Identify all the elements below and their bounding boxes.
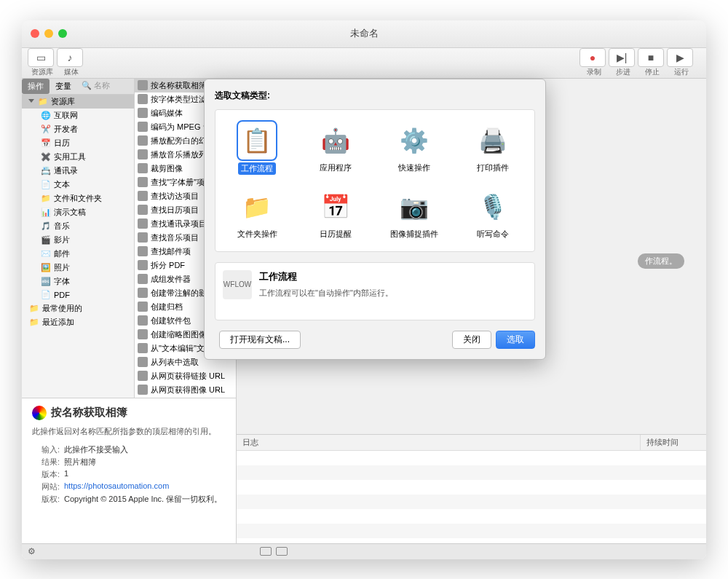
disclosure-icon bbox=[28, 99, 34, 103]
app-window: 未命名 ▭ ♪ 资源库 媒体 ● ▶| ■ ▶ 录制 步进 停止 bbox=[22, 20, 706, 559]
tree-root-library[interactable]: 📁资源库 bbox=[22, 95, 134, 109]
info-title: 按名称获取相簿 bbox=[32, 406, 226, 420]
statusbar: ⚙ bbox=[22, 543, 706, 559]
view-mode-icon-2[interactable] bbox=[276, 547, 288, 556]
category-icon: ✖️ bbox=[41, 151, 51, 162]
toolbar-left-group: ▭ ♪ 资源库 媒体 bbox=[28, 48, 86, 77]
category-icon: 🎵 bbox=[41, 221, 51, 231]
tree-item[interactable]: ✂️开发者 bbox=[22, 122, 134, 136]
titlebar: 未命名 bbox=[22, 20, 706, 48]
zoom-window-button[interactable] bbox=[58, 29, 67, 38]
panel-icon: ▭ bbox=[36, 52, 46, 63]
document-type-option[interactable]: 🤖应用程序 bbox=[298, 119, 373, 178]
media-label: 媒体 bbox=[57, 67, 86, 77]
tree-item[interactable]: 🌐互联网 bbox=[22, 109, 134, 122]
app-icon: 🤖 bbox=[317, 122, 355, 159]
action-icon bbox=[138, 274, 148, 284]
type-description-box: WFLOW 工作流程 工作流程可以在"自动操作"内部运行。 bbox=[215, 262, 535, 320]
library-label: 资源库 bbox=[28, 67, 57, 77]
desc-title: 工作流程 bbox=[259, 270, 393, 283]
tree-item[interactable]: 📄文本 bbox=[22, 178, 134, 192]
action-icon bbox=[138, 371, 148, 381]
play-icon: ▶ bbox=[676, 52, 684, 63]
open-existing-button[interactable]: 打开现有文稿... bbox=[219, 331, 301, 349]
stop-label: 停止 bbox=[638, 67, 667, 77]
action-icon bbox=[138, 232, 148, 243]
log-col-message[interactable]: 日志 bbox=[237, 435, 641, 450]
record-icon: ● bbox=[590, 52, 596, 63]
camera-icon: 📷 bbox=[395, 188, 433, 226]
document-type-option[interactable]: 📅日历提醒 bbox=[298, 185, 373, 243]
category-icon: 📁 bbox=[41, 193, 51, 203]
action-icon bbox=[138, 163, 148, 173]
action-icon bbox=[138, 246, 148, 256]
traffic-lights bbox=[22, 29, 67, 38]
log-col-duration[interactable]: 持续时间 bbox=[641, 435, 706, 450]
action-icon bbox=[138, 288, 148, 298]
document-type-option[interactable]: ⚙️快速操作 bbox=[377, 119, 451, 178]
tree-item[interactable]: 🎵音乐 bbox=[22, 219, 134, 233]
tree-item[interactable]: ✉️邮件 bbox=[22, 247, 134, 261]
tree-item[interactable]: 🔤字体 bbox=[22, 275, 134, 288]
step-button[interactable]: ▶| bbox=[609, 48, 635, 67]
document-type-option[interactable]: 📁文件夹操作 bbox=[220, 185, 294, 243]
gear-menu[interactable]: ⚙ bbox=[28, 546, 36, 556]
category-icon: 📄 bbox=[41, 179, 51, 189]
info-website-link[interactable]: https://photosautomation.com bbox=[64, 481, 169, 492]
wflow-icon: WFLOW bbox=[223, 270, 252, 299]
search-input[interactable]: 🔍 名称 bbox=[77, 79, 134, 94]
tree-item[interactable]: 🖼️照片 bbox=[22, 261, 134, 275]
media-icon: ♪ bbox=[68, 52, 73, 63]
category-icon: 🔤 bbox=[41, 276, 51, 286]
folder-icon: 📁 bbox=[29, 303, 39, 313]
folder-icon: 📁 bbox=[38, 96, 48, 106]
tree-item[interactable]: 📊演示文稿 bbox=[22, 205, 134, 219]
run-button[interactable]: ▶ bbox=[667, 48, 693, 67]
document-type-option[interactable]: 📋工作流程 bbox=[220, 119, 294, 178]
toolbar: ▭ ♪ 资源库 媒体 ● ▶| ■ ▶ 录制 步进 停止 运行 bbox=[22, 48, 706, 79]
media-toggle-button[interactable]: ♪ bbox=[57, 48, 83, 67]
category-icon: ✂️ bbox=[41, 124, 51, 134]
tree-recent[interactable]: 📁最近添加 bbox=[22, 315, 134, 329]
category-icon: 🌐 bbox=[41, 110, 51, 120]
tree-item[interactable]: 📇通讯录 bbox=[22, 164, 134, 178]
tab-actions[interactable]: 操作 bbox=[22, 79, 50, 94]
tab-variables[interactable]: 变量 bbox=[50, 79, 77, 94]
log-body bbox=[237, 451, 706, 542]
stop-button[interactable]: ■ bbox=[638, 48, 664, 67]
action-icon bbox=[138, 80, 148, 90]
document-type-option[interactable]: 🖨️打印插件 bbox=[456, 119, 530, 178]
folder-icon: 📁 bbox=[238, 188, 276, 226]
action-item[interactable]: 从网页获得链接 URL bbox=[135, 369, 236, 383]
choose-button[interactable]: 选取 bbox=[496, 331, 535, 349]
record-button[interactable]: ● bbox=[579, 48, 606, 67]
minimize-window-button[interactable] bbox=[44, 29, 53, 38]
tree-item[interactable]: ✖️实用工具 bbox=[22, 150, 134, 164]
category-icon: 🎬 bbox=[41, 235, 51, 245]
tree-item[interactable]: 🎬影片 bbox=[22, 233, 134, 247]
mic-icon: 🎙️ bbox=[474, 188, 512, 226]
printer-icon: 🖨️ bbox=[474, 122, 512, 159]
document-type-option[interactable]: 🎙️听写命令 bbox=[456, 185, 530, 243]
step-label: 步进 bbox=[609, 67, 638, 77]
info-description: 此操作返回对名称匹配所指参数的顶层相簿的引用。 bbox=[32, 426, 226, 437]
calendar-icon: 📅 bbox=[317, 188, 355, 226]
action-icon bbox=[138, 343, 148, 353]
action-icon bbox=[138, 94, 148, 104]
log-header: 日志 持续时间 bbox=[237, 435, 706, 451]
close-window-button[interactable] bbox=[31, 29, 39, 38]
document-type-option[interactable]: 📷图像捕捉插件 bbox=[377, 185, 451, 243]
category-icon: 📄 bbox=[41, 290, 51, 300]
desc-body: 工作流程可以在"自动操作"内部运行。 bbox=[259, 288, 393, 299]
tree-most-used[interactable]: 📁最常使用的 bbox=[22, 302, 134, 315]
document-type-grid: 📋工作流程🤖应用程序⚙️快速操作🖨️打印插件📁文件夹操作📅日历提醒📷图像捕捉插件… bbox=[215, 109, 535, 252]
close-button[interactable]: 关闭 bbox=[452, 331, 491, 349]
tree-item[interactable]: 📅日历 bbox=[22, 136, 134, 150]
dialog-buttons: 打开现有文稿... 关闭 选取 bbox=[215, 331, 535, 349]
action-icon bbox=[138, 329, 148, 339]
tree-item[interactable]: 📄PDF bbox=[22, 288, 134, 302]
view-mode-icon[interactable] bbox=[260, 547, 272, 556]
action-item[interactable]: 从网页获得图像 URL bbox=[135, 383, 236, 397]
library-toggle-button[interactable]: ▭ bbox=[28, 48, 54, 67]
tree-item[interactable]: 📁文件和文件夹 bbox=[22, 192, 134, 205]
